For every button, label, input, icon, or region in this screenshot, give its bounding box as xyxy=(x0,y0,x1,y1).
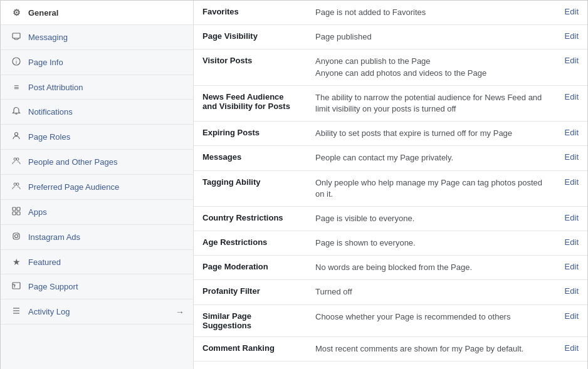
edit-button-10[interactable]: Edit xyxy=(565,286,579,296)
svg-point-7 xyxy=(16,158,19,160)
main-content: FavoritesPage is not added to FavoritesE… xyxy=(194,1,587,369)
svg-point-5 xyxy=(15,133,18,136)
setting-value-1: Page published xyxy=(307,25,556,49)
sidebar-item-page-info[interactable]: iPage Info xyxy=(1,50,193,75)
table-row: Page VisibilityPage publishedEdit xyxy=(194,25,587,49)
table-row: Similar Page SuggestionsChoose whether y… xyxy=(194,304,587,336)
edit-button-1[interactable]: Edit xyxy=(565,31,579,41)
featured-icon: ★ xyxy=(9,257,23,267)
edit-button-5[interactable]: Edit xyxy=(565,152,579,162)
page-info-icon: i xyxy=(9,57,23,68)
sidebar-item-activity-log[interactable]: Activity Log→ xyxy=(1,299,193,325)
edit-button-6[interactable]: Edit xyxy=(565,177,579,187)
sidebar-item-people-other-pages[interactable]: People and Other Pages xyxy=(1,150,193,175)
setting-label-11: Similar Page Suggestions xyxy=(194,304,307,336)
table-row: Visitor PostsAnyone can publish to the P… xyxy=(194,49,587,85)
setting-label-9: Page Moderation xyxy=(194,256,307,280)
edit-button-7[interactable]: Edit xyxy=(565,213,579,222)
sidebar-item-messaging[interactable]: Messaging xyxy=(1,25,193,50)
setting-action-5: Edit xyxy=(556,146,587,170)
apps-icon xyxy=(9,207,23,217)
people-other-pages-label: People and Other Pages xyxy=(28,157,184,167)
svg-rect-13 xyxy=(17,212,20,215)
setting-action-8: Edit xyxy=(556,231,587,256)
setting-label-1: Page Visibility xyxy=(194,25,307,49)
setting-label-4: Expiring Posts xyxy=(194,122,307,146)
setting-label-7: Country Restrictions xyxy=(194,206,307,231)
edit-button-9[interactable]: Edit xyxy=(565,262,579,271)
edit-button-3[interactable]: Edit xyxy=(565,92,579,101)
table-row: Country RestrictionsPage is visible to e… xyxy=(194,206,587,231)
sidebar-item-apps[interactable]: Apps xyxy=(1,200,193,225)
svg-point-8 xyxy=(14,183,16,185)
sidebar-item-page-support[interactable]: fPage Support xyxy=(1,274,193,299)
instagram-ads-label: Instagram Ads xyxy=(28,232,184,242)
setting-label-12: Comment Ranking xyxy=(194,336,307,361)
setting-value-7: Page is visible to everyone. xyxy=(307,206,556,231)
svg-text:f: f xyxy=(14,283,16,289)
page-support-label: Page Support xyxy=(28,282,184,291)
setting-action-3: Edit xyxy=(556,85,587,121)
setting-action-0: Edit xyxy=(556,1,587,25)
messaging-label: Messaging xyxy=(28,33,184,42)
page-support-icon: f xyxy=(9,281,23,292)
apps-label: Apps xyxy=(28,207,184,217)
setting-value-8: Page is shown to everyone. xyxy=(307,231,556,256)
svg-text:i: i xyxy=(16,59,17,65)
sidebar-item-preferred-audience[interactable]: Preferred Page Audience xyxy=(1,175,193,200)
setting-action-13: Edit xyxy=(556,361,587,369)
post-attribution-icon: ≡ xyxy=(9,82,23,92)
notifications-label: Notifications xyxy=(28,107,184,117)
sidebar-item-post-attribution[interactable]: ≡Post Attribution xyxy=(1,75,193,100)
sidebar-item-page-roles[interactable]: Page Roles xyxy=(1,125,193,150)
edit-button-4[interactable]: Edit xyxy=(565,128,579,137)
table-row: Profanity FilterTurned offEdit xyxy=(194,280,587,304)
setting-action-4: Edit xyxy=(556,122,587,146)
sidebar: ⚙GeneralMessagingiPage Info≡Post Attribu… xyxy=(1,1,194,369)
general-label: General xyxy=(28,8,184,18)
table-row: Page ModerationNo words are being blocke… xyxy=(194,256,587,280)
setting-action-12: Edit xyxy=(556,336,587,361)
setting-value-6: Only people who help manage my Page can … xyxy=(307,170,556,206)
activity-log-arrow-icon: → xyxy=(176,307,184,317)
svg-rect-12 xyxy=(13,212,16,215)
preferred-audience-icon xyxy=(9,182,23,192)
post-attribution-label: Post Attribution xyxy=(28,83,184,92)
activity-log-icon xyxy=(9,306,23,317)
setting-label-3: News Feed Audience and Visibility for Po… xyxy=(194,85,307,121)
setting-label-13: Merge Pages xyxy=(194,361,307,369)
instagram-ads-icon xyxy=(9,232,23,242)
sidebar-item-featured[interactable]: ★Featured xyxy=(1,250,193,274)
messaging-icon xyxy=(9,32,23,43)
edit-button-11[interactable]: Edit xyxy=(565,311,579,321)
setting-value-10: Turned off xyxy=(307,280,556,304)
setting-action-7: Edit xyxy=(556,206,587,231)
svg-point-6 xyxy=(14,158,16,160)
setting-value-13: Merge duplicate Pages xyxy=(307,361,556,369)
edit-button-12[interactable]: Edit xyxy=(565,343,579,353)
edit-button-2[interactable]: Edit xyxy=(565,56,579,65)
edit-button-0[interactable]: Edit xyxy=(565,7,579,16)
sidebar-item-instagram-ads[interactable]: Instagram Ads xyxy=(1,225,193,250)
setting-value-9: No words are being blocked from the Page… xyxy=(307,256,556,280)
setting-action-6: Edit xyxy=(556,170,587,206)
setting-action-9: Edit xyxy=(556,256,587,280)
setting-label-5: Messages xyxy=(194,146,307,170)
notifications-icon xyxy=(9,107,23,117)
setting-value-2: Anyone can publish to the PageAnyone can… xyxy=(307,49,556,85)
svg-point-16 xyxy=(18,234,18,234)
preferred-audience-label: Preferred Page Audience xyxy=(28,182,184,192)
setting-action-11: Edit xyxy=(556,304,587,336)
table-row: Comment RankingMost recent comments are … xyxy=(194,336,587,361)
setting-value-11: Choose whether your Page is recommended … xyxy=(307,304,556,336)
activity-log-label: Activity Log xyxy=(28,307,176,316)
table-row: Expiring PostsAbility to set posts that … xyxy=(194,122,587,146)
general-icon: ⚙ xyxy=(9,8,23,18)
edit-button-8[interactable]: Edit xyxy=(565,237,579,247)
setting-value-3: The ability to narrow the potential audi… xyxy=(307,85,556,121)
sidebar-item-general[interactable]: ⚙General xyxy=(1,1,193,25)
svg-rect-0 xyxy=(13,33,20,38)
sidebar-item-notifications[interactable]: Notifications xyxy=(1,100,193,125)
table-row: FavoritesPage is not added to FavoritesE… xyxy=(194,1,587,25)
table-row: MessagesPeople can contact my Page priva… xyxy=(194,146,587,170)
